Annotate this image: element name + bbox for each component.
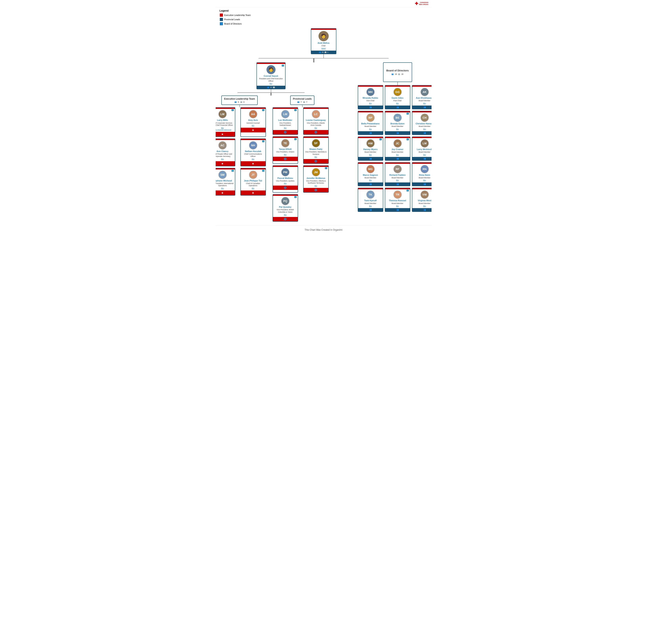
person-bio-link-2[interactable]: Bio (216, 158, 234, 160)
person-bio-link-48[interactable]: Bio (414, 154, 432, 156)
person-name-20: Luc Mullinder (274, 119, 296, 122)
person-bio-link-41[interactable]: Bio (386, 102, 409, 104)
board-people-bar-51: 👥 (412, 182, 432, 186)
linkedin-icon-4[interactable]: in (231, 170, 233, 172)
person-name-53: Theresa Roessel (386, 199, 409, 202)
exec-star-bar-2: ★ (216, 161, 235, 166)
board-count-orgs: 15 (401, 73, 403, 75)
person-bio-link-44[interactable]: Bio (386, 128, 409, 130)
person-link-amit-mehra[interactable]: News (312, 48, 335, 50)
person-name-0: Larry Mills (216, 119, 234, 122)
person-bio-link-53[interactable]: Bio (386, 205, 409, 207)
extra-link-0[interactable]: 2021 financial statements (216, 129, 234, 131)
link-bio-conrad[interactable]: Bio (258, 83, 284, 85)
person-title-54: Board Member (414, 203, 432, 205)
person-name-40: Miranda Hubbs (359, 97, 382, 99)
avatar-40: MH (366, 88, 375, 96)
avatar-44: BE (393, 113, 402, 122)
person-title-43: Board Member (359, 125, 382, 128)
board-people-icon-42: 👥 (424, 106, 426, 108)
person-bio-link-21[interactable]: Bio (305, 127, 327, 129)
board-section: Board of Directors 👥 15 🏢 15 (358, 62, 432, 212)
member-card-46: in HW Harvey Wyers Board Member Bio 👥 (358, 137, 383, 161)
person-bio-link-42[interactable]: Bio (414, 102, 432, 104)
person-bio-link-40[interactable]: Bio (359, 102, 382, 104)
card-body-25: JM Jennifer McManus Vice President, Albe… (304, 167, 328, 188)
avatar-5: JT (249, 171, 257, 179)
person-bio-link-24[interactable]: Bio (274, 182, 296, 184)
avatar-amit-mehra: 🧑 (318, 31, 329, 41)
root-card-amit-mehra: 🧑 Amit Mehra Chair News 👥 29 🏢 1 (311, 28, 336, 54)
person-bio-link-4[interactable]: Bio (216, 187, 234, 189)
person-bio-link-47[interactable]: Bio (386, 154, 409, 156)
right-connector (314, 58, 388, 62)
member-card-48: in LM Larry McIntosh Board Member Bio 👥 (412, 137, 432, 161)
person-bio-link-45[interactable]: Bio (414, 128, 432, 130)
linkedin-icon-3[interactable]: in (262, 141, 264, 142)
person-bio-link-1[interactable]: Bio (242, 125, 264, 127)
linkedin-icon-53[interactable]: in (407, 190, 409, 191)
linkedin-icon-26[interactable]: in (294, 196, 296, 198)
person-bio-link-23[interactable]: Bio (305, 156, 327, 158)
conrad-subtree: in 🧑 Conrad Sauvé President and Chief Ex… (216, 62, 332, 222)
person-bio-link-43[interactable]: Bio (359, 128, 382, 130)
person-bio-link-52[interactable]: Bio (359, 205, 382, 207)
linkedin-icon-22[interactable]: in (294, 138, 296, 140)
person-bio-link-49[interactable]: Bio (359, 179, 382, 181)
linkedin-icon-47[interactable]: in (407, 139, 409, 140)
linkedin-icon-0[interactable]: in (231, 109, 233, 111)
linkedin-icon-20[interactable]: in (294, 109, 296, 111)
linkedin-badge-conrad: in (282, 64, 284, 67)
person-bio-link-3[interactable]: Bio (242, 158, 264, 160)
linkedin-icon-25[interactable]: in (325, 167, 327, 169)
member-card-49: MG Marco Gagnon Board Member Bio 👥 (358, 162, 383, 186)
board-people-bar-41: 👥 (385, 105, 410, 109)
linkedin-icon-44[interactable]: in (407, 113, 409, 114)
person-bio-link-22[interactable]: Bio (274, 154, 296, 156)
avatar-51: RN (421, 165, 429, 173)
board-people-icon-43: 👥 (369, 132, 372, 134)
exec-star-bar-1: ★ (241, 128, 266, 133)
count-people-icon: 👥 (319, 51, 321, 53)
person-name-1: Amy Avis (242, 119, 264, 122)
count-people: 29 (321, 51, 324, 53)
prov-globe-bar-25: 🌐 (304, 188, 328, 192)
person-bio-link-46[interactable]: Bio (359, 154, 382, 156)
legend-item-board: 👥 Board of Directors (220, 22, 428, 25)
linkedin-icon-5[interactable]: in (262, 170, 264, 172)
board-people-icon-41: 👥 (397, 106, 399, 108)
member-card-21: LC Louise Castonguay Vice President, Atl… (303, 107, 329, 135)
person-name-2: Ann Clancy (216, 150, 234, 153)
count-people-icon: 👥 (267, 86, 269, 88)
legend-title: Legend (220, 9, 428, 12)
card-body-4: SM Stephane Michaud Vice President, Inte… (216, 169, 235, 191)
person-bio-link-50[interactable]: Bio (386, 179, 409, 181)
person-name-amit-mehra: Amit Mehra (312, 42, 335, 44)
legend: Legend Executive Leadership Team Provinc… (216, 7, 432, 28)
person-bio-link-54[interactable]: Bio (414, 205, 432, 207)
person-bio-link-5[interactable]: Bio (242, 187, 264, 189)
person-bio-link-25[interactable]: Bio (305, 185, 327, 187)
avatar-53: TR (393, 190, 402, 199)
person-title-1: General Counsel (242, 122, 264, 125)
linkedin-icon-1[interactable]: in (262, 109, 264, 111)
linkedin-icon-conrad[interactable]: in (282, 65, 284, 67)
count-orgs-icon: 🏢 (273, 86, 275, 88)
card-body-24: PM Pascal Mathieu Vice President, Quebec… (273, 167, 298, 186)
person-bio-link-20[interactable]: Bio (274, 127, 296, 129)
person-title-44: Board Member (386, 125, 409, 128)
avatar-48: LM (421, 139, 429, 148)
avatar-24: PM (281, 168, 289, 176)
person-bio-link-26[interactable]: Bio (274, 214, 296, 216)
member-card-50: RF Richard Fadden Board Member Bio 👥 (385, 162, 410, 186)
person-bio-link-51[interactable]: Bio (414, 179, 432, 181)
person-bio-link-0[interactable]: Bio (216, 127, 234, 129)
card-body-45: CH Christine Hanson Board Member Bio (412, 112, 432, 131)
linkedin-icon-46[interactable]: in (379, 139, 381, 140)
avatar-41: GG (393, 88, 402, 96)
card-conrad-sauve: in 🧑 Conrad Sauvé President and Chief Ex… (257, 62, 286, 89)
card-body-42: AK Aun Khokhawala Board Member Bio (412, 87, 432, 105)
board-count-people-icon: 👥 (391, 73, 393, 75)
member-card-40: MH Miranda Hubbs Vice-Chair Bio 👥 (358, 85, 383, 109)
person-name-24: Pascal Mathieu (274, 177, 296, 179)
